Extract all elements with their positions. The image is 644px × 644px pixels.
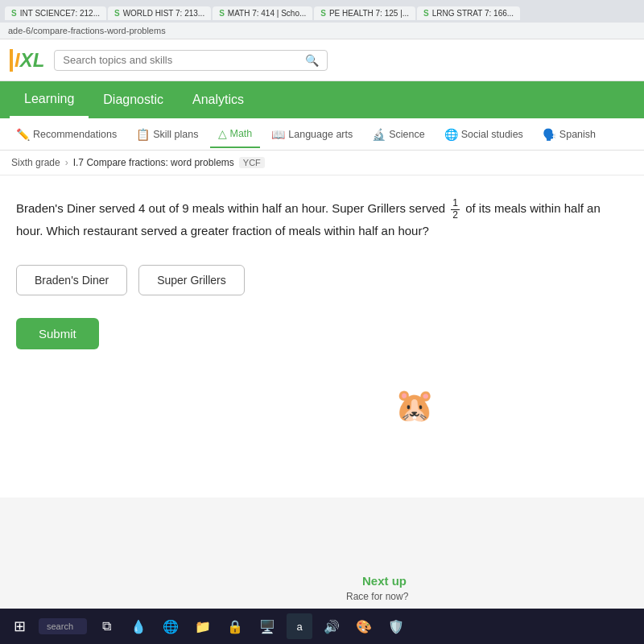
taskbar-shield[interactable]: 🛡️ (383, 613, 409, 639)
sub-nav-social-studies[interactable]: 🌐 Social studies (436, 122, 531, 147)
breadcrumb-tag: YCF (239, 157, 265, 168)
spanish-icon: 🗣️ (543, 128, 556, 141)
search-icon: 🔍 (305, 54, 319, 67)
nav-item-analytics[interactable]: Analytics (178, 83, 258, 117)
recommendations-icon: ✏️ (16, 128, 30, 141)
ixl-logo: I XL (10, 49, 44, 72)
main-nav: Learning Diagnostic Analytics (0, 81, 644, 118)
tab-1[interactable]: S INT SCIENCE7: 212... (5, 6, 106, 20)
taskbar-amazon[interactable]: a (287, 613, 312, 639)
tab-icon-1: S (11, 9, 17, 18)
sub-nav: ✏️ Recommendations 📋 Skill plans △ Math … (0, 118, 644, 151)
content-area: Braden's Diner served 4 out of 9 meals w… (0, 175, 644, 497)
social-studies-icon: 🌐 (444, 128, 458, 141)
breadcrumb: Sixth grade › I.7 Compare fractions: wor… (0, 151, 644, 175)
answer-buttons: Braden's Diner Super Grillers (16, 265, 628, 295)
tab-3[interactable]: S MATH 7: 414 | Scho... (213, 6, 312, 20)
breadcrumb-skill: I.7 Compare fractions: word problems (73, 157, 234, 168)
taskbar-start[interactable]: ⊞ (6, 613, 32, 639)
search-box[interactable]: 🔍 (54, 50, 328, 71)
taskbar-app2[interactable]: 🔊 (319, 613, 345, 639)
tab-icon-4: S (320, 9, 326, 18)
logo-bar (10, 49, 13, 72)
taskbar-file-explorer[interactable]: 📁 (190, 613, 216, 639)
tab-icon-2: S (114, 9, 120, 18)
taskbar: ⊞ search ⧉ 💧 🌐 📁 🔒 🖥️ a 🔊 🎨 🛡️ (0, 609, 644, 644)
fraction: 1 2 (451, 198, 460, 220)
breadcrumb-grade[interactable]: Sixth grade (11, 157, 60, 168)
taskbar-dropbox[interactable]: 💧 (126, 613, 151, 639)
taskbar-search[interactable]: search (39, 618, 87, 634)
address-bar: ade-6/compare-fractions-word-problems (0, 23, 644, 39)
nav-bar: I XL 🔍 (0, 39, 644, 81)
nav-item-learning[interactable]: Learning (10, 82, 89, 118)
sub-nav-science[interactable]: 🔬 Science (364, 122, 432, 147)
breadcrumb-sep: › (65, 157, 68, 168)
submit-button[interactable]: Submit (16, 318, 99, 349)
science-icon: 🔬 (372, 128, 386, 141)
tab-2[interactable]: S WORLD HIST 7: 213... (108, 6, 211, 20)
answer-bradens-diner[interactable]: Braden's Diner (16, 265, 127, 295)
nav-item-diagnostic[interactable]: Diagnostic (89, 83, 178, 117)
next-up-label: Next up (362, 574, 407, 588)
taskbar-task-view[interactable]: ⧉ (93, 613, 119, 639)
tab-icon-5: S (423, 9, 429, 18)
language-arts-icon: 📖 (271, 128, 285, 141)
logo-xl: XL (20, 49, 45, 72)
taskbar-app3[interactable]: 🎨 (351, 613, 377, 639)
answer-super-grillers[interactable]: Super Grillers (138, 265, 245, 295)
logo-i: I (14, 49, 20, 72)
taskbar-lock[interactable]: 🔒 (222, 613, 248, 639)
sub-nav-spanish[interactable]: 🗣️ Spanish (535, 122, 604, 147)
sub-nav-language-arts[interactable]: 📖 Language arts (263, 122, 361, 147)
sub-nav-math[interactable]: △ Math (210, 121, 261, 148)
taskbar-monitor[interactable]: 🖥️ (254, 613, 280, 639)
search-input[interactable] (63, 54, 302, 66)
taskbar-edge[interactable]: 🌐 (158, 613, 184, 639)
tab-4[interactable]: S PE HEALTH 7: 125 |... (314, 6, 415, 20)
skill-plans-icon: 📋 (136, 128, 150, 141)
next-up-sublabel: Race for now? (346, 591, 408, 602)
question-text: Braden's Diner served 4 out of 9 meals w… (16, 198, 628, 241)
sub-nav-skill-plans[interactable]: 📋 Skill plans (128, 122, 206, 147)
math-icon: △ (218, 127, 227, 140)
tab-icon-3: S (219, 9, 225, 18)
hamster-emoji: 🐹 (394, 386, 435, 424)
browser-tabs: S INT SCIENCE7: 212... S WORLD HIST 7: 2… (0, 0, 644, 23)
sub-nav-recommendations[interactable]: ✏️ Recommendations (8, 122, 125, 147)
tab-5[interactable]: S LRNG STRAT 7: 166... (417, 6, 520, 20)
